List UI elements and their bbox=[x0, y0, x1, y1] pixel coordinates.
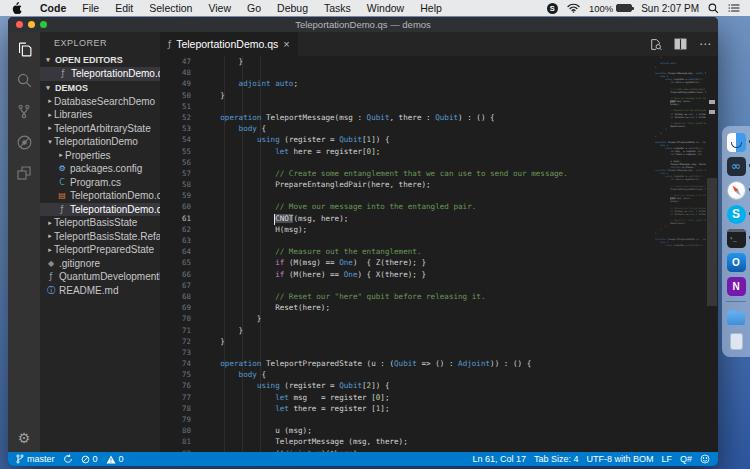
code-line-58[interactable]: 58 PrepareEntangledPair(here, there); bbox=[160, 179, 718, 190]
code-line-55[interactable]: 55 let here = register[0]; bbox=[160, 146, 718, 157]
menu-item-window[interactable]: Window bbox=[359, 2, 412, 14]
sync-icon[interactable] bbox=[63, 454, 73, 464]
status-lf[interactable]: LF bbox=[661, 454, 672, 464]
dock-item-downloads-folder[interactable] bbox=[726, 307, 746, 327]
dock-item-vscode[interactable]: ∞ bbox=[726, 156, 746, 176]
warnings-indicator[interactable]: 0 bbox=[106, 454, 124, 464]
tree-item--gitignore[interactable]: ◆.gitignore bbox=[40, 257, 160, 271]
errors-indicator[interactable]: 0 bbox=[81, 454, 98, 464]
code-line-62[interactable]: H(msg); bbox=[650, 200, 666, 203]
code-line-78[interactable]: let there = register [1]; bbox=[650, 153, 666, 156]
code-line-55[interactable]: let here = register[0]; bbox=[650, 81, 666, 84]
code-line-62[interactable]: 62 H(msg); bbox=[160, 224, 718, 235]
code-line-59[interactable]: 59 bbox=[160, 190, 718, 201]
code-line-66[interactable]: if (M(here) == One) { X(there); } bbox=[650, 116, 666, 119]
code-line-69[interactable]: 69 Reset(here); bbox=[160, 302, 718, 313]
code-line-66[interactable]: if (M(here) == One) { X(there); } bbox=[650, 213, 666, 216]
split-editor-icon[interactable] bbox=[674, 38, 687, 50]
tree-item-teleportationdemo[interactable]: ▾TeleportationDemo bbox=[40, 135, 160, 149]
menu-item-go[interactable]: Go bbox=[239, 2, 269, 14]
search-doc-icon[interactable] bbox=[649, 38, 662, 51]
status-tab[interactable]: Tab Size: 4 bbox=[534, 454, 579, 464]
code-line-70[interactable]: 70 } bbox=[160, 313, 718, 324]
code-line-56[interactable]: 56 bbox=[160, 157, 718, 168]
menu-item-help[interactable]: Help bbox=[412, 2, 450, 14]
code-line-63[interactable]: 63 bbox=[160, 235, 718, 246]
code-editor[interactable]: 47 }4849 adjoint auto;50 }5152 operation… bbox=[160, 56, 718, 452]
code-line-74[interactable]: 74 operation TeleportPreparedState (u : … bbox=[160, 358, 718, 369]
code-line-57[interactable]: 57 // Create some entanglement that we c… bbox=[160, 168, 718, 179]
menu-clock[interactable]: Sun 2:07 PM bbox=[641, 3, 699, 14]
dock-item-skype[interactable]: S bbox=[726, 204, 746, 224]
menu-item-edit[interactable]: Edit bbox=[107, 2, 141, 14]
code-line-80[interactable]: 80 u (msg); bbox=[160, 425, 718, 436]
code-line-58[interactable]: PrepareEntangledPair(here, there); bbox=[650, 90, 666, 93]
tree-item-teleportpreparedstate[interactable]: ▸TeleportPreparedState bbox=[40, 243, 160, 257]
window-title-bar[interactable]: TeleportationDemo.qs — demos bbox=[8, 17, 718, 32]
git-branch-indicator[interactable]: master bbox=[16, 454, 55, 464]
apple-menu-icon[interactable] bbox=[12, 2, 22, 14]
code-line-61[interactable]: 61 CNOT(msg, here); bbox=[160, 213, 718, 224]
dock-item-safari[interactable] bbox=[726, 180, 746, 200]
code-line-71[interactable]: 71 } bbox=[160, 325, 718, 336]
open-editor-teleportationdemo-qs-[interactable]: ƒTeleportationDemo.qs ... bbox=[40, 67, 160, 81]
code-line-53[interactable]: 53 body { bbox=[160, 123, 718, 134]
dock-item-trash[interactable] bbox=[726, 331, 746, 351]
extensions-icon[interactable] bbox=[15, 164, 33, 182]
tree-item-properties[interactable]: ▸Properties bbox=[40, 149, 160, 163]
menu-item-view[interactable]: View bbox=[200, 2, 239, 14]
code-line-79[interactable]: 79 bbox=[160, 414, 718, 425]
tree-item-quantumdevelopmentkitd-[interactable]: ƒQuantumDevelopmentKitD... bbox=[40, 270, 160, 284]
close-window-button[interactable] bbox=[16, 21, 23, 28]
source-control-icon[interactable] bbox=[15, 102, 33, 120]
debug-icon[interactable] bbox=[15, 133, 33, 151]
code-line-64[interactable]: 64 // Measure out the entanglement. bbox=[160, 246, 718, 257]
dock-item-finder[interactable] bbox=[726, 132, 746, 152]
notification-center-icon[interactable] bbox=[728, 3, 740, 13]
menu-item-selection[interactable]: Selection bbox=[141, 2, 200, 14]
tab-teleportationdemo[interactable]: ƒ TeleportationDemo.qs × bbox=[160, 32, 298, 56]
tree-item-teleportationdemo-qs[interactable]: ƒTeleportationDemo.qs bbox=[40, 203, 160, 217]
code-line-68[interactable]: 68 // Reset our "here" qubit before rele… bbox=[160, 291, 718, 302]
code-line-67[interactable]: 67 bbox=[160, 280, 718, 291]
code-line-58[interactable]: PrepareEntangledPair(here, there); bbox=[650, 188, 666, 191]
menu-item-debug[interactable]: Debug bbox=[269, 2, 316, 14]
code-line-51[interactable]: 51 bbox=[160, 101, 718, 112]
code-line-47[interactable]: 47 } bbox=[160, 56, 718, 67]
code-line-75[interactable]: 75 body { bbox=[160, 369, 718, 380]
minimap[interactable]: } adjoint auto; } operation TeleportMess… bbox=[650, 56, 706, 452]
editor-scrollbar[interactable] bbox=[706, 56, 718, 452]
menu-item-file[interactable]: File bbox=[74, 2, 107, 14]
tree-item-program-cs[interactable]: CProgram.cs bbox=[40, 176, 160, 190]
wifi-icon[interactable] bbox=[567, 3, 580, 13]
search-icon[interactable] bbox=[15, 71, 33, 89]
code-line-49[interactable]: 49 adjoint auto; bbox=[160, 78, 718, 89]
tree-item-teleportbasisstate[interactable]: ▸TeleportBasisState bbox=[40, 216, 160, 230]
maximize-window-button[interactable] bbox=[40, 21, 47, 28]
code-line-72[interactable]: 72 } bbox=[160, 336, 718, 347]
code-line-52[interactable]: 52 operation TeleportMessage(msg : Qubit… bbox=[160, 112, 718, 123]
code-line-48[interactable]: 48 bbox=[160, 67, 718, 78]
open-editors-header[interactable]: ▾ OPEN EDITORS bbox=[40, 53, 160, 67]
code-line-77[interactable]: 77 let msg = register [0]; bbox=[160, 392, 718, 403]
code-line-76[interactable]: 76 using (register = Qubit[2]) { bbox=[160, 380, 718, 391]
code-line-78[interactable]: 78 let there = register [1]; bbox=[160, 403, 718, 414]
menu-item-tasks[interactable]: Tasks bbox=[316, 2, 359, 14]
spotlight-icon[interactable] bbox=[708, 3, 719, 14]
code-line-65[interactable]: 65 if (M(msg) == One) { Z(there); } bbox=[160, 257, 718, 268]
tree-item-readme-md[interactable]: ⓘREADME.md bbox=[40, 284, 160, 298]
tree-item-teleportbasisstate-refact-[interactable]: ▸TeleportBasisState.Refact... bbox=[40, 230, 160, 244]
code-line-73[interactable]: 73 bbox=[160, 347, 718, 358]
menu-item-code[interactable]: Code bbox=[32, 2, 74, 14]
status-ln[interactable]: Ln 61, Col 17 bbox=[472, 454, 526, 464]
tree-item-packages-config[interactable]: ⚙packages.config bbox=[40, 162, 160, 176]
code-line-54[interactable]: 54 using (register = Qubit[1]) { bbox=[160, 134, 718, 145]
menu-status-s-icon[interactable]: S bbox=[547, 3, 558, 14]
code-line-50[interactable]: 50 } bbox=[160, 90, 718, 101]
more-actions-icon[interactable]: ⋯ bbox=[699, 37, 712, 51]
status-q[interactable]: Q# bbox=[680, 454, 692, 464]
status-utf8[interactable]: UTF-8 with BOM bbox=[586, 454, 653, 464]
tree-item-teleportationdemo-cspr-[interactable]: ▤TeleportationDemo.cspr... bbox=[40, 189, 160, 203]
folder-section-header[interactable]: ▾ DEMOS bbox=[40, 81, 160, 95]
settings-gear-icon[interactable]: ⚙ bbox=[8, 430, 40, 446]
